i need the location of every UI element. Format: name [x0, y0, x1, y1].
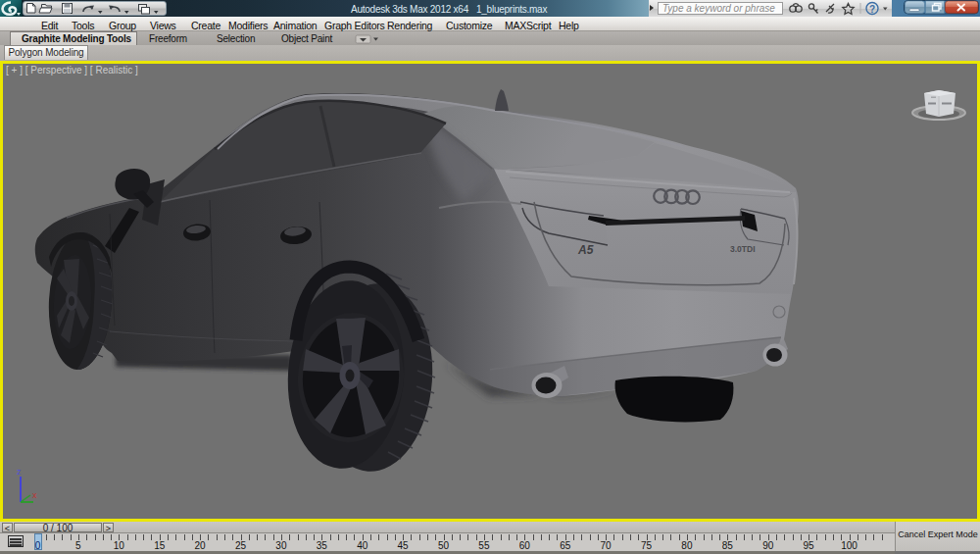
svg-text:?: ?: [869, 4, 875, 15]
